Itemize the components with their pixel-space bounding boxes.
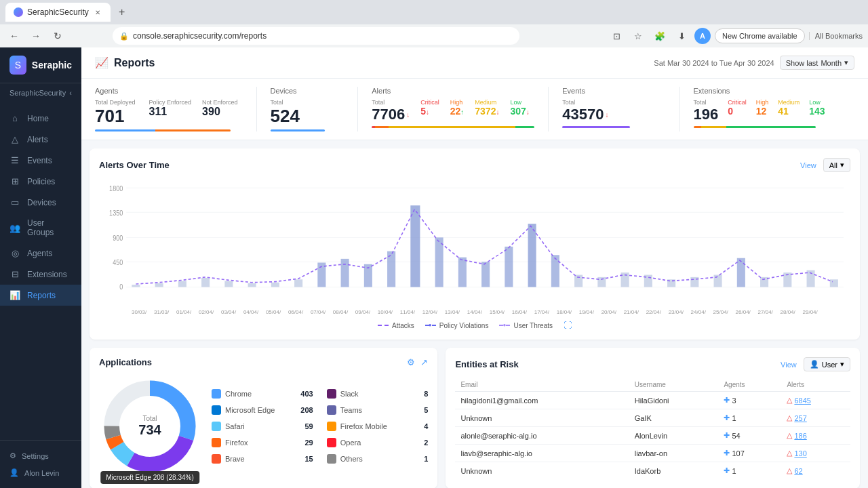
legend-expand[interactable]: ⛶ [564, 321, 572, 330]
alerts-title: Alerts [372, 87, 534, 95]
chart-svg: 1800 1350 900 450 0 [99, 180, 850, 302]
chart-title: Alerts Over Time [99, 160, 170, 170]
bottom-row: Applications ⚙ ↗ [90, 348, 860, 488]
entity-alerts[interactable]: △ 62 [781, 462, 850, 480]
safari-count: 59 [304, 422, 313, 430]
sidebar-item-agents[interactable]: ◎ Agents [0, 243, 81, 264]
new-chrome-button[interactable]: New Chrome available [715, 28, 805, 43]
alerts-icon: △ [9, 134, 20, 144]
agents-icon: ◎ [9, 248, 20, 258]
refresh-button[interactable]: ↻ [49, 27, 66, 45]
entity-username: liavbar-on [629, 445, 719, 462]
entity-email: Unknown [455, 462, 629, 480]
user-item[interactable]: 👤 Alon Levin [9, 464, 72, 481]
back-button[interactable]: ← [5, 27, 23, 45]
ssl-icon: 🔒 [119, 32, 129, 41]
ext-high-label: High [756, 99, 769, 106]
attacks-label: Attacks [392, 322, 414, 329]
ext-critical: 0 [728, 106, 747, 117]
alerts-total: 7706 [372, 106, 405, 123]
sidebar-item-events[interactable]: ☰ Events [0, 150, 81, 171]
download-icon[interactable]: ⬇ [673, 27, 690, 45]
period-label: Month [821, 59, 842, 67]
firefox-name: Firefox [225, 439, 248, 447]
user-filter-icon: 👤 [810, 360, 819, 369]
others-icon [327, 454, 336, 464]
slack-name: Slack [340, 390, 359, 398]
sidebar-item-extensions[interactable]: ⊟ Extensions [0, 264, 81, 285]
apps-settings-icon[interactable]: ⚙ [407, 357, 415, 367]
opera-icon [327, 438, 336, 447]
devices-total: 524 [271, 106, 344, 127]
low-label: Low [510, 99, 529, 106]
medium-value: 7372↓ [475, 106, 499, 117]
table-row: alonle@seraphic-alg.io AlonLevin ✚ 54 △ … [455, 427, 850, 445]
sidebar-item-reports[interactable]: 📊 Reports [0, 285, 81, 306]
user-groups-icon: 👥 [9, 223, 20, 233]
sidebar-item-policies[interactable]: ⊞ Policies [0, 171, 81, 192]
entity-agents: ✚ 1 [718, 409, 781, 427]
sidebar-item-devices[interactable]: ▭ Devices [0, 192, 81, 213]
policy-violations-legend-icon: ● [425, 325, 436, 326]
entity-alerts[interactable]: △ 257 [781, 409, 850, 427]
col-agents: Agents [718, 378, 781, 392]
user-threats-label: User Threats [513, 322, 553, 329]
sidebar-logo: S Seraphic [0, 47, 81, 83]
ext-medium: 41 [778, 106, 800, 117]
nav-label-events: Events [27, 156, 52, 165]
table-row: Unknown GaIK ✚ 1 △ 257 [455, 409, 850, 427]
svg-rect-11 [155, 283, 163, 287]
settings-item[interactable]: ⚙ Settings [9, 447, 72, 464]
chart-section-header: Alerts Over Time View All ▾ [99, 158, 850, 172]
ext-total-label: Total [694, 99, 719, 106]
entity-alerts[interactable]: △ 6845 [781, 392, 850, 409]
total-deployed-label: Total Deployed [95, 99, 136, 106]
show-last-button[interactable]: Show last Month ▾ [780, 56, 854, 70]
legend-attacks: Attacks [378, 321, 414, 330]
alerts-total-label: Total [372, 99, 410, 106]
chevron-down-icon: ▾ [844, 58, 848, 67]
entity-alerts[interactable]: △ 186 [781, 427, 850, 445]
entities-user-filter[interactable]: 👤 User ▾ [804, 357, 850, 371]
attacks-legend-icon [378, 325, 389, 326]
extensions-icon[interactable]: 🧩 [651, 27, 669, 45]
slack-count: 8 [424, 390, 428, 398]
devices-total-label: Total [271, 99, 344, 106]
extensions-nav-icon: ⊟ [9, 269, 20, 279]
user-avatar[interactable]: A [694, 28, 711, 44]
table-row: hilagidoni1@gmail.com HilaGidoni ✚ 3 △ 6… [455, 392, 850, 409]
active-tab[interactable]: SeraphicSecurity ✕ [5, 3, 111, 22]
svg-rect-28 [551, 255, 559, 287]
chrome-name: Chrome [225, 390, 252, 398]
settings-label: Settings [22, 452, 49, 460]
sidebar-item-home[interactable]: ⌂ Home [0, 108, 81, 129]
sidebar-org[interactable]: SeraphicSecurity ‹ [0, 83, 81, 102]
sidebar-item-alerts[interactable]: △ Alerts [0, 129, 81, 150]
chart-filter-button[interactable]: All ▾ [823, 158, 850, 172]
user-filter-chevron: ▾ [840, 360, 844, 369]
user-threats-legend-icon: ● [499, 325, 510, 326]
svg-rect-22 [410, 205, 420, 287]
app-list: Chrome 403 Slack 8 Microsoft Edge 208 [212, 387, 428, 466]
nav-label-alerts: Alerts [27, 135, 48, 144]
donut-chart: Total 734 Microsoft Edge 208 (28.34%) [99, 375, 201, 477]
apps-section-header: Applications ⚙ ↗ [99, 357, 428, 367]
cast-icon[interactable]: ⊡ [608, 27, 625, 45]
alerts-over-time-section: Alerts Over Time View All ▾ [90, 148, 860, 340]
not-enforced-value: 390 [202, 106, 238, 118]
svg-text:900: 900 [113, 234, 123, 242]
tab-close-btn[interactable]: ✕ [93, 7, 102, 17]
forward-button[interactable]: → [27, 27, 45, 45]
new-tab-button[interactable]: + [113, 3, 131, 21]
address-bar[interactable]: 🔒 console.seraphicsecurity.com/reports [113, 27, 519, 45]
browser-chrome: SeraphicSecurity ✕ + ← → ↻ 🔒 console.ser… [0, 0, 868, 47]
chart-view-button[interactable]: View [800, 161, 816, 169]
agents-title: Agents [95, 87, 243, 95]
org-name: SeraphicSecurity [9, 89, 66, 97]
sidebar-item-user-groups[interactable]: 👥 User Groups [0, 213, 81, 243]
entities-view-button[interactable]: View [781, 361, 797, 369]
entity-alerts[interactable]: △ 130 [781, 445, 850, 462]
app-item-edge: Microsoft Edge 208 [212, 403, 313, 417]
apps-export-icon[interactable]: ↗ [420, 357, 428, 367]
bookmark-star-icon[interactable]: ☆ [629, 27, 647, 45]
